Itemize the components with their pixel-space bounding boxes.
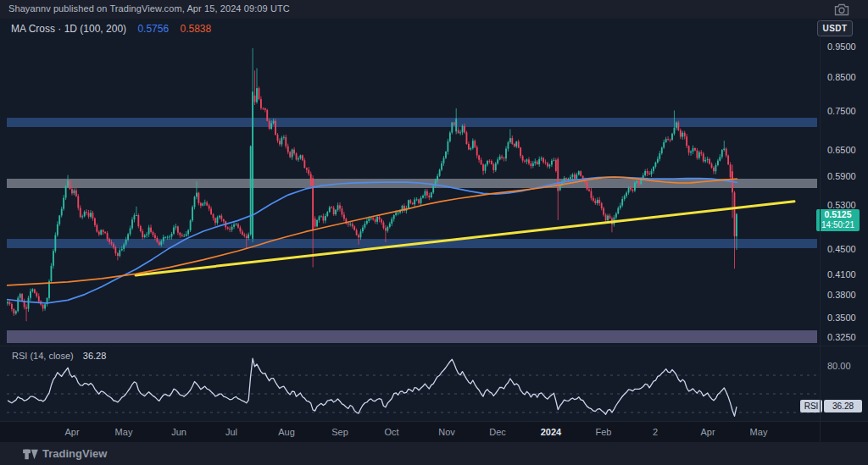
time-axis-label: Feb <box>585 427 622 437</box>
time-axis-label: 2024 <box>532 427 570 437</box>
price-axis-label: 0.3500 <box>827 313 856 323</box>
time-axis-label: Aug <box>268 427 305 437</box>
time-axis-label: Apr <box>689 427 726 437</box>
axis-separator <box>820 19 821 442</box>
price-axis-label: 0.5900 <box>827 171 856 181</box>
quote-currency-badge[interactable]: USDT <box>817 20 853 36</box>
price-axis-label: 0.4100 <box>827 269 856 280</box>
time-axis-label: Apr <box>53 427 91 437</box>
price-axis-label: 0.7500 <box>827 106 856 116</box>
current-price-value: 0.5125 <box>816 209 860 220</box>
price-axis-label: 0.3800 <box>827 290 856 300</box>
tradingview-logo-icon[interactable] <box>23 447 38 461</box>
rsi-legend-title[interactable]: RSI (14, close) <box>12 351 74 361</box>
rsi-scale-label: 80.00 <box>827 361 851 371</box>
price-axis-label: 0.9500 <box>827 42 856 52</box>
time-axis-label: Sep <box>321 427 359 437</box>
time-axis-label: Jul <box>213 427 250 437</box>
rsi-legend[interactable]: RSI (14, close) 36.28 <box>12 351 106 361</box>
current-price-badge: 0.5125 14:50:21 <box>816 209 860 231</box>
bar-countdown: 14:50:21 <box>816 220 860 230</box>
legend-title[interactable]: MA Cross · 1D (100, 200) <box>11 23 126 35</box>
time-axis-label: Nov <box>428 427 465 437</box>
price-axis-label: 0.8500 <box>827 72 856 82</box>
price-axis-label: 0.4500 <box>827 244 856 254</box>
footer-bar: TradingView <box>0 442 868 465</box>
price-axis-label: 0.6500 <box>827 145 856 155</box>
tradingview-published-chart: Shayannv published on TradingView.com, A… <box>0 0 868 465</box>
time-axis-label: 2 <box>637 427 674 437</box>
pane-divider[interactable] <box>0 346 868 346</box>
pane-divider-bottom[interactable] <box>0 421 868 422</box>
time-axis-label: Jun <box>160 427 198 437</box>
ma200-value: 0.5838 <box>180 23 211 35</box>
rsi-legend-value: 36.28 <box>83 351 107 361</box>
overlay-labels: MA Cross · 1D (100, 200) 0.5756 0.5838 U… <box>0 0 868 465</box>
time-axis-label: Dec <box>479 427 516 437</box>
time-axis-label: May <box>740 427 777 437</box>
price-axis-label: 0.3250 <box>827 332 856 342</box>
time-axis-label: Oct <box>373 427 410 437</box>
rsi-badge-value: 36.28 <box>824 400 862 412</box>
time-axis-label: May <box>105 427 142 437</box>
ma100-value: 0.5756 <box>137 23 169 35</box>
tradingview-wordmark[interactable]: TradingView <box>42 447 107 460</box>
indicator-legend[interactable]: MA Cross · 1D (100, 200) 0.5756 0.5838 <box>11 23 211 35</box>
time-axis[interactable]: AprMayJunJulAugSepOctNovDec2024Feb2AprMa… <box>0 422 868 442</box>
